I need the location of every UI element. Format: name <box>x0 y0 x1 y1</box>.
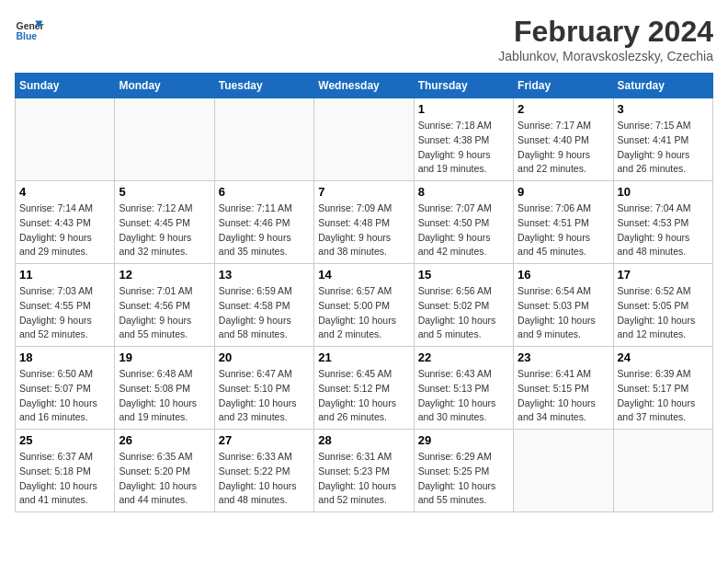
calendar-cell: 27Sunrise: 6:33 AMSunset: 5:22 PMDayligh… <box>214 430 313 512</box>
week-row-2: 11Sunrise: 7:03 AMSunset: 4:55 PMDayligh… <box>16 264 713 347</box>
day-info: Sunrise: 7:18 AMSunset: 4:38 PMDaylight:… <box>418 119 509 177</box>
day-number: 16 <box>518 268 609 282</box>
day-number: 15 <box>418 268 509 282</box>
day-number: 10 <box>618 185 709 199</box>
calendar-cell: 9Sunrise: 7:06 AMSunset: 4:51 PMDaylight… <box>514 181 613 264</box>
day-info: Sunrise: 7:14 AMSunset: 4:43 PMDaylight:… <box>19 201 110 259</box>
day-info: Sunrise: 6:59 AMSunset: 4:58 PMDaylight:… <box>219 284 310 342</box>
calendar-cell: 1Sunrise: 7:18 AMSunset: 4:38 PMDaylight… <box>414 98 513 181</box>
day-number: 12 <box>119 268 210 282</box>
day-info: Sunrise: 6:41 AMSunset: 5:15 PMDaylight:… <box>518 367 609 425</box>
day-number: 20 <box>219 350 310 364</box>
title-block: February 2024 Jablunkov, Moravskoslezsky… <box>498 15 713 63</box>
day-number: 17 <box>618 268 709 282</box>
day-info: Sunrise: 7:17 AMSunset: 4:40 PMDaylight:… <box>518 119 609 177</box>
day-info: Sunrise: 6:45 AMSunset: 5:12 PMDaylight:… <box>318 367 409 425</box>
day-info: Sunrise: 6:37 AMSunset: 5:18 PMDaylight:… <box>19 450 110 508</box>
day-number: 18 <box>19 350 110 364</box>
day-number: 4 <box>19 185 110 199</box>
day-info: Sunrise: 7:06 AMSunset: 4:51 PMDaylight:… <box>518 201 609 259</box>
day-number: 13 <box>219 268 310 282</box>
day-info: Sunrise: 7:03 AMSunset: 4:55 PMDaylight:… <box>19 284 110 342</box>
month-title: February 2024 <box>498 15 713 49</box>
calendar-cell: 26Sunrise: 6:35 AMSunset: 5:20 PMDayligh… <box>115 430 214 512</box>
day-info: Sunrise: 7:07 AMSunset: 4:50 PMDaylight:… <box>418 201 509 259</box>
calendar-cell: 22Sunrise: 6:43 AMSunset: 5:13 PMDayligh… <box>414 347 513 430</box>
calendar-cell: 16Sunrise: 6:54 AMSunset: 5:03 PMDayligh… <box>514 264 613 347</box>
day-info: Sunrise: 7:04 AMSunset: 4:53 PMDaylight:… <box>618 201 709 259</box>
location-subtitle: Jablunkov, Moravskoslezsky, Czechia <box>498 49 713 63</box>
day-info: Sunrise: 6:50 AMSunset: 5:07 PMDaylight:… <box>19 367 110 425</box>
day-info: Sunrise: 7:12 AMSunset: 4:45 PMDaylight:… <box>119 201 210 259</box>
day-info: Sunrise: 6:47 AMSunset: 5:10 PMDaylight:… <box>219 367 310 425</box>
header-saturday: Saturday <box>613 74 712 98</box>
day-info: Sunrise: 6:48 AMSunset: 5:08 PMDaylight:… <box>119 367 210 425</box>
day-number: 6 <box>219 185 310 199</box>
day-info: Sunrise: 6:39 AMSunset: 5:17 PMDaylight:… <box>618 367 709 425</box>
calendar-cell <box>214 98 313 181</box>
day-number: 28 <box>318 433 409 447</box>
calendar-cell: 24Sunrise: 6:39 AMSunset: 5:17 PMDayligh… <box>613 347 712 430</box>
day-number: 11 <box>19 268 110 282</box>
calendar-cell: 13Sunrise: 6:59 AMSunset: 4:58 PMDayligh… <box>214 264 313 347</box>
logo: General Blue <box>15 15 44 44</box>
day-info: Sunrise: 6:56 AMSunset: 5:02 PMDaylight:… <box>418 284 509 342</box>
calendar-cell: 21Sunrise: 6:45 AMSunset: 5:12 PMDayligh… <box>314 347 414 430</box>
week-row-4: 25Sunrise: 6:37 AMSunset: 5:18 PMDayligh… <box>16 430 713 512</box>
day-info: Sunrise: 6:43 AMSunset: 5:13 PMDaylight:… <box>418 367 509 425</box>
calendar-cell <box>115 98 214 181</box>
day-info: Sunrise: 7:01 AMSunset: 4:56 PMDaylight:… <box>119 284 210 342</box>
day-number: 19 <box>119 350 210 364</box>
calendar-cell: 14Sunrise: 6:57 AMSunset: 5:00 PMDayligh… <box>314 264 414 347</box>
calendar-cell: 23Sunrise: 6:41 AMSunset: 5:15 PMDayligh… <box>514 347 613 430</box>
header-sunday: Sunday <box>16 74 115 98</box>
calendar-cell: 18Sunrise: 6:50 AMSunset: 5:07 PMDayligh… <box>16 347 115 430</box>
day-number: 5 <box>119 185 210 199</box>
day-number: 26 <box>119 433 210 447</box>
day-number: 2 <box>518 102 609 116</box>
page-header: General Blue February 2024 Jablunkov, Mo… <box>15 15 713 63</box>
calendar-cell: 17Sunrise: 6:52 AMSunset: 5:05 PMDayligh… <box>613 264 712 347</box>
calendar-cell: 19Sunrise: 6:48 AMSunset: 5:08 PMDayligh… <box>115 347 214 430</box>
day-number: 27 <box>219 433 310 447</box>
calendar-cell <box>514 430 613 512</box>
calendar-cell: 5Sunrise: 7:12 AMSunset: 4:45 PMDaylight… <box>115 181 214 264</box>
day-number: 8 <box>418 185 509 199</box>
calendar-cell: 7Sunrise: 7:09 AMSunset: 4:48 PMDaylight… <box>314 181 414 264</box>
calendar-cell: 28Sunrise: 6:31 AMSunset: 5:23 PMDayligh… <box>314 430 414 512</box>
header-thursday: Thursday <box>414 74 513 98</box>
week-row-0: 1Sunrise: 7:18 AMSunset: 4:38 PMDaylight… <box>16 98 713 181</box>
calendar-cell: 15Sunrise: 6:56 AMSunset: 5:02 PMDayligh… <box>414 264 513 347</box>
calendar-cell: 11Sunrise: 7:03 AMSunset: 4:55 PMDayligh… <box>16 264 115 347</box>
day-info: Sunrise: 6:29 AMSunset: 5:25 PMDaylight:… <box>418 450 509 508</box>
header-wednesday: Wednesday <box>314 74 414 98</box>
calendar-cell <box>613 430 712 512</box>
calendar-cell: 12Sunrise: 7:01 AMSunset: 4:56 PMDayligh… <box>115 264 214 347</box>
calendar-cell: 4Sunrise: 7:14 AMSunset: 4:43 PMDaylight… <box>16 181 115 264</box>
day-number: 23 <box>518 350 609 364</box>
day-number: 9 <box>518 185 609 199</box>
calendar-cell: 29Sunrise: 6:29 AMSunset: 5:25 PMDayligh… <box>414 430 513 512</box>
day-info: Sunrise: 6:33 AMSunset: 5:22 PMDaylight:… <box>219 450 310 508</box>
day-number: 3 <box>618 102 709 116</box>
day-number: 22 <box>418 350 509 364</box>
calendar-cell: 20Sunrise: 6:47 AMSunset: 5:10 PMDayligh… <box>214 347 313 430</box>
calendar-cell <box>314 98 414 181</box>
day-info: Sunrise: 6:54 AMSunset: 5:03 PMDaylight:… <box>518 284 609 342</box>
calendar-cell: 2Sunrise: 7:17 AMSunset: 4:40 PMDaylight… <box>514 98 613 181</box>
calendar-cell: 25Sunrise: 6:37 AMSunset: 5:18 PMDayligh… <box>16 430 115 512</box>
day-number: 29 <box>418 433 509 447</box>
header-tuesday: Tuesday <box>214 74 313 98</box>
logo-icon: General Blue <box>15 15 44 44</box>
day-info: Sunrise: 6:31 AMSunset: 5:23 PMDaylight:… <box>318 450 409 508</box>
days-header-row: SundayMondayTuesdayWednesdayThursdayFrid… <box>16 74 713 98</box>
day-number: 1 <box>418 102 509 116</box>
day-number: 21 <box>318 350 409 364</box>
day-info: Sunrise: 7:15 AMSunset: 4:41 PMDaylight:… <box>618 119 709 177</box>
day-info: Sunrise: 7:09 AMSunset: 4:48 PMDaylight:… <box>318 201 409 259</box>
calendar-cell: 3Sunrise: 7:15 AMSunset: 4:41 PMDaylight… <box>613 98 712 181</box>
header-friday: Friday <box>514 74 613 98</box>
day-number: 14 <box>318 268 409 282</box>
day-number: 25 <box>19 433 110 447</box>
day-number: 7 <box>318 185 409 199</box>
